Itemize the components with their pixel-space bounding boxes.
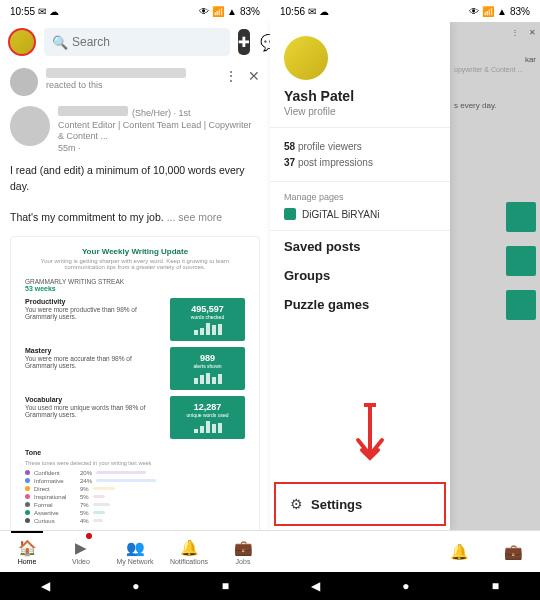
reacted-label: reacted to this xyxy=(46,80,216,90)
post-dismiss-icon[interactable]: ✕ xyxy=(248,68,260,84)
tone-row: Confident20% xyxy=(25,470,245,476)
manage-pages-label: Manage pages xyxy=(284,192,436,202)
sys-recent[interactable]: ■ xyxy=(492,579,499,593)
sys-home[interactable]: ● xyxy=(132,579,139,593)
tone-row: Formal7% xyxy=(25,502,245,508)
system-nav: ◀ ● ■ xyxy=(0,572,270,600)
reactor-avatar[interactable] xyxy=(10,68,38,96)
sys-back[interactable]: ◀ xyxy=(41,579,50,593)
search-field[interactable]: 🔍 xyxy=(44,28,230,56)
nav-jobs[interactable]: 💼Jobs xyxy=(216,531,270,572)
tone-row: Curious4% xyxy=(25,518,245,524)
groups-link[interactable]: Groups xyxy=(284,268,436,283)
profile-viewers-link[interactable]: 58 profile viewers xyxy=(284,141,436,152)
status-bar: 10:56 ✉ ☁ 👁📶▲83% xyxy=(270,0,540,22)
nav-notifications[interactable]: 🔔Notifications xyxy=(162,531,216,572)
view-profile-link[interactable]: View profile xyxy=(284,106,436,117)
top-bar: 🔍 ✚ 💬 xyxy=(0,22,270,62)
sys-back[interactable]: ◀ xyxy=(311,579,320,593)
status-time: 10:55 xyxy=(10,6,35,17)
tone-row: Inspirational5% xyxy=(25,494,245,500)
screen-drawer: 10:56 ✉ ☁ 👁📶▲83% ⋮✕ kar opywriter & Cont… xyxy=(270,0,540,600)
nav-network[interactable]: 👥My Network xyxy=(108,531,162,572)
see-more-link[interactable]: ... see more xyxy=(167,211,222,223)
post-impressions-link[interactable]: 37 post impressions xyxy=(284,157,436,168)
status-battery: 83% xyxy=(240,6,260,17)
drawer-user-name[interactable]: Yash Patel xyxy=(284,88,436,104)
post-reaction-header: reacted to this ⋮ ✕ xyxy=(0,62,270,102)
system-nav: ◀ ● ■ xyxy=(270,572,540,600)
tone-row: Informative24% xyxy=(25,478,245,484)
post-more-icon[interactable]: ⋮ xyxy=(224,68,238,84)
post-author[interactable]: (She/Her) · 1st Content Editor | Content… xyxy=(0,102,270,159)
nav-video[interactable]: ▶Video xyxy=(54,531,108,572)
sys-recent[interactable]: ■ xyxy=(222,579,229,593)
drawer-avatar[interactable] xyxy=(284,36,328,80)
gear-icon: ⚙ xyxy=(290,496,303,512)
tone-row: Direct9% xyxy=(25,486,245,492)
author-headline: Content Editor | Content Team Lead | Cop… xyxy=(58,120,260,143)
dimmed-feed: ⋮✕ kar opywriter & Content ... s every d… xyxy=(450,22,540,530)
report-title: Your Weekly Writing Update xyxy=(25,247,245,256)
sys-home[interactable]: ● xyxy=(402,579,409,593)
author-avatar[interactable] xyxy=(10,106,50,146)
bottom-nav-dimmed: 🔔 💼 xyxy=(270,530,540,572)
status-bar: 10:55 ✉ ☁ 👁📶▲83% xyxy=(0,0,270,22)
screen-feed: 10:55 ✉ ☁ 👁📶▲83% 🔍 ✚ 💬 reacted to this ⋮… xyxy=(0,0,270,600)
managed-page-link[interactable]: DiGiTAL BiRYANi xyxy=(284,208,436,220)
post-attachment[interactable]: Your Weekly Writing Update Your writing … xyxy=(0,236,270,530)
page-logo-icon xyxy=(284,208,296,220)
nav-home[interactable]: 🏠Home xyxy=(0,531,54,572)
settings-button[interactable]: ⚙ Settings xyxy=(274,482,446,526)
saved-posts-link[interactable]: Saved posts xyxy=(284,239,436,254)
post-body: I read (and edit) a minimum of 10,000 wo… xyxy=(0,159,270,230)
profile-avatar-button[interactable] xyxy=(8,28,36,56)
annotation-arrow-icon xyxy=(350,400,390,470)
new-post-button[interactable]: ✚ xyxy=(238,29,250,55)
feed[interactable]: reacted to this ⋮ ✕ (She/Her) · 1st Cont… xyxy=(0,62,270,530)
bottom-nav: 🏠Home ▶Video 👥My Network 🔔Notifications … xyxy=(0,530,270,572)
post-timestamp: 55m · xyxy=(58,143,260,155)
puzzle-games-link[interactable]: Puzzle games xyxy=(284,297,436,312)
search-icon: 🔍 xyxy=(52,35,68,50)
search-input[interactable] xyxy=(72,35,222,49)
tone-row: Assertive5% xyxy=(25,510,245,516)
